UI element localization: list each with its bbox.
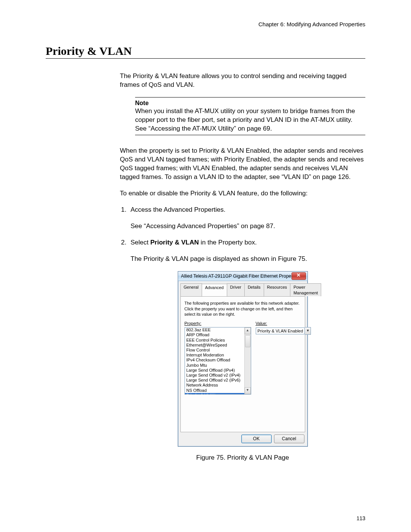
steps-list: Access the Advanced Properties. See “Acc… [120,206,365,264]
paragraph-behavior: When the property is set to Priority & V… [120,147,365,182]
property-item[interactable]: Flow Control [185,348,245,353]
close-icon: ✕ [296,272,301,278]
value-text: Priority & VLAN Enabled [256,328,305,334]
property-item[interactable]: Large Send Offload v2 (IPv6) [185,378,245,383]
value-dropdown[interactable]: Priority & VLAN Enabled ▼ [256,327,311,335]
page-number: 113 [357,515,365,521]
step-2-bold: Priority & VLAN [150,239,199,246]
note-box: Note When you install the AT-MUX utility… [135,97,365,135]
chapter-header: Chapter 6: Modifying Advanced Properties [46,21,365,27]
note-label: Note [135,99,365,107]
pane-description: The following properties are available f… [185,300,301,317]
property-item[interactable]: ARP Offload [185,332,245,337]
figure-caption: Figure 75. Priority & VLAN Page [120,454,365,462]
property-listbox[interactable]: 802.3az EEEARP OffloadEEE Control Polici… [185,327,251,395]
close-button[interactable]: ✕ [292,272,306,280]
title-rule [46,58,365,59]
property-label: Property: [185,321,251,326]
property-item[interactable]: Large Send Offload v2 (IPv4) [185,373,245,378]
property-item[interactable]: IPv4 Checksum Offload [185,358,245,363]
tab-advanced[interactable]: Advanced [202,284,227,297]
tab-strip: General Advanced Driver Details Resource… [178,281,307,297]
property-item[interactable]: Large Send Offload (IPv4) [185,368,245,373]
titlebar[interactable]: Allied Telesis AT-2911GP Gigabit Fiber E… [178,272,307,281]
scrollbar[interactable]: ▲ ▼ [244,328,251,394]
step-1-sub: See “Accessing Advanced Properties” on p… [131,222,365,231]
property-item[interactable]: Ethernet@WireSpeed [185,343,245,348]
tab-details[interactable]: Details [244,283,264,297]
tab-pane: The following properties are available f… [180,296,305,432]
tab-driver[interactable]: Driver [227,283,245,297]
cancel-button[interactable]: Cancel [274,435,304,443]
step-2-pre: Select [131,239,150,246]
scroll-down-icon[interactable]: ▼ [245,387,251,394]
step-2-post: in the Property box. [199,239,257,246]
scroll-up-icon[interactable]: ▲ [245,328,251,334]
properties-dialog: Allied Telesis AT-2911GP Gigabit Fiber E… [178,271,308,447]
chevron-down-icon[interactable]: ▼ [305,327,311,335]
property-item[interactable]: Jumbo Mtu [185,363,245,368]
step-2: Select Priority & VLAN in the Property b… [128,238,365,264]
step-1: Access the Advanced Properties. See “Acc… [128,206,365,231]
property-item[interactable]: Priority & VLAN [185,393,245,394]
page-title: Priority & VLAN [46,45,365,58]
property-item[interactable]: NS Offload [185,388,245,393]
note-body: When you install the AT-MUX utility on y… [135,107,365,133]
tab-resources[interactable]: Resources [264,283,291,297]
step-1-text: Access the Advanced Properties. [131,206,225,213]
intro-paragraph: The Priority & VLAN feature allows you t… [120,72,365,89]
note-top-rule [135,97,365,97]
tab-power-management[interactable]: Power Management [290,283,321,297]
property-item[interactable]: EEE Control Policies [185,338,245,343]
scroll-thumb[interactable] [245,335,250,347]
value-label: Value: [256,321,311,326]
property-item[interactable]: Interrupt Moderation [185,353,245,358]
property-item[interactable]: 802.3az EEE [185,328,245,332]
note-bottom-rule [135,135,365,135]
ok-button[interactable]: OK [241,435,272,443]
step-2-sub: The Priority & VLAN page is displayed as… [131,255,365,264]
titlebar-text: Allied Telesis AT-2911GP Gigabit Fiber E… [181,273,292,279]
tab-general[interactable]: General [180,283,202,297]
property-item[interactable]: Network Address [185,383,245,388]
lead-sentence: To enable or disable the Priority & VLAN… [120,189,365,198]
